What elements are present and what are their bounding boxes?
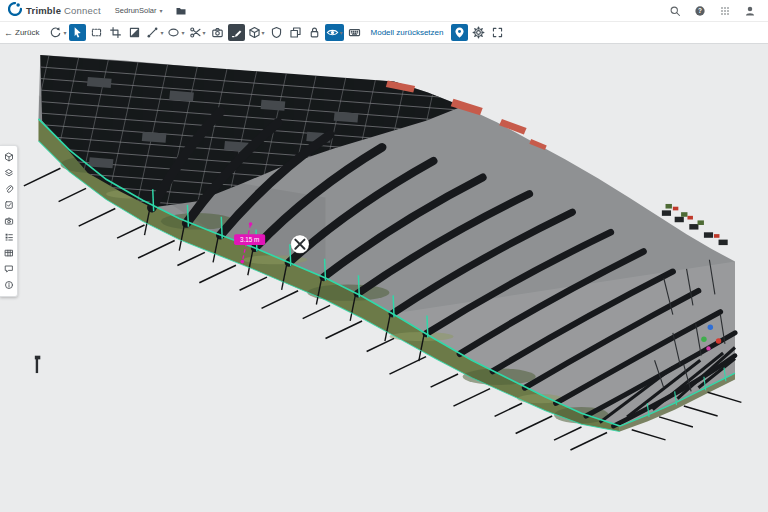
gear-icon [472, 26, 485, 39]
back-label: Zurück [15, 28, 39, 37]
sidebar-item-models[interactable] [1, 149, 17, 165]
trimble-logo[interactable]: Trimble Connect [8, 2, 101, 20]
help-tips-button[interactable] [451, 24, 468, 41]
snapshot-button[interactable] [209, 24, 226, 41]
markup-button[interactable] [228, 24, 245, 41]
visibility-button[interactable]: ▾ [325, 24, 344, 41]
marquee-icon [90, 26, 103, 39]
comment-icon [4, 264, 14, 274]
tools-marker[interactable] [291, 235, 309, 253]
select-button[interactable] [69, 24, 86, 41]
chevron-down-icon: ▾ [160, 8, 163, 14]
brand-primary: Trimble [26, 5, 61, 16]
fullscreen-icon [491, 26, 504, 39]
copy-icon [289, 26, 302, 39]
search-icon[interactable] [669, 5, 681, 17]
camera-icon [4, 216, 14, 226]
sidebar-item-layers[interactable] [1, 165, 17, 181]
3d-viewport[interactable]: 3.15 m [0, 44, 768, 512]
crop-icon [109, 26, 122, 39]
views-button[interactable]: ▾ [247, 24, 266, 41]
sidebar-item-comments[interactable] [1, 261, 17, 277]
sidebar-item-attachments[interactable] [1, 181, 17, 197]
back-button[interactable]: ← Zurück [4, 28, 39, 38]
chevron-down-icon: ▾ [203, 30, 206, 36]
tree-list-icon [4, 232, 14, 242]
marquee-button[interactable] [88, 24, 105, 41]
viewport-container: 3.15 m [0, 44, 768, 512]
cursor-icon [71, 26, 84, 39]
info-icon [4, 280, 14, 290]
sidebar-item-properties[interactable] [1, 245, 17, 261]
fullscreen-button[interactable] [489, 24, 506, 41]
ghost-button[interactable] [268, 24, 285, 41]
chevron-down-icon: ▾ [160, 30, 163, 36]
topbar-actions: ? [669, 5, 760, 17]
cube-icon [248, 26, 261, 39]
brand-text: Trimble Connect [26, 5, 101, 16]
half-square-icon [128, 26, 141, 39]
cube-icon [4, 152, 14, 162]
chevron-down-icon: ▾ [262, 30, 265, 36]
camera-icon [211, 26, 224, 39]
chevron-down-icon: ▾ [340, 30, 343, 36]
trimble-logo-icon [8, 2, 22, 20]
table-icon [4, 248, 14, 258]
measure-icon [146, 26, 159, 39]
help-icon[interactable]: ? [694, 5, 706, 17]
svg-text:?: ? [698, 7, 702, 14]
viewer-sidebar [0, 145, 18, 297]
section-box-button[interactable] [126, 24, 143, 41]
clip-button[interactable]: ▾ [188, 24, 207, 41]
layers-icon [4, 168, 14, 178]
viewer-toolbar: ← Zurück ▾▾▾▾▾▾Modell zurücksetzen [0, 22, 768, 44]
sidebar-item-todos[interactable] [1, 197, 17, 213]
markup-pen-icon [230, 26, 243, 39]
reset-model-button[interactable]: Modell zurücksetzen [365, 28, 450, 37]
chevron-down-icon: ▾ [63, 30, 66, 36]
folder-icon[interactable] [175, 5, 187, 17]
eye-icon [326, 26, 339, 39]
toolbar-items: ▾▾▾▾▾▾Modell zurücksetzen [48, 24, 506, 41]
brand-secondary: Connect [64, 5, 101, 16]
keyboard-icon [348, 26, 361, 39]
compare-button[interactable] [287, 24, 304, 41]
orbit-button[interactable]: ▾ [48, 24, 67, 41]
measure-button[interactable]: ▾ [145, 24, 164, 41]
settings-button[interactable] [470, 24, 487, 41]
paperclip-icon [4, 184, 14, 194]
lock-icon [308, 26, 321, 39]
shield-icon [270, 26, 283, 39]
top-app-bar: Trimble Connect SedrunSolar ▾ ? [0, 0, 768, 22]
sidebar-item-organizer[interactable] [1, 229, 17, 245]
check-square-icon [4, 200, 14, 210]
ellipse-icon [167, 26, 180, 39]
pin-icon [453, 26, 466, 39]
scissors-icon [189, 26, 202, 39]
measurement-label: 3.15 m [240, 236, 259, 243]
sidebar-item-views[interactable] [1, 213, 17, 229]
back-arrow-icon: ← [4, 28, 13, 38]
project-name: SedrunSolar [115, 6, 157, 15]
chevron-down-icon: ▾ [181, 30, 184, 36]
apps-grid-icon[interactable] [719, 5, 731, 17]
sidebar-item-info[interactable] [1, 277, 17, 293]
orbit-icon [49, 26, 62, 39]
shortcuts-button[interactable] [346, 24, 363, 41]
crop-button[interactable] [107, 24, 124, 41]
user-icon[interactable] [744, 5, 756, 17]
lock-button[interactable] [306, 24, 323, 41]
project-selector[interactable]: SedrunSolar ▾ [115, 6, 163, 15]
area-measure-button[interactable]: ▾ [166, 24, 185, 41]
